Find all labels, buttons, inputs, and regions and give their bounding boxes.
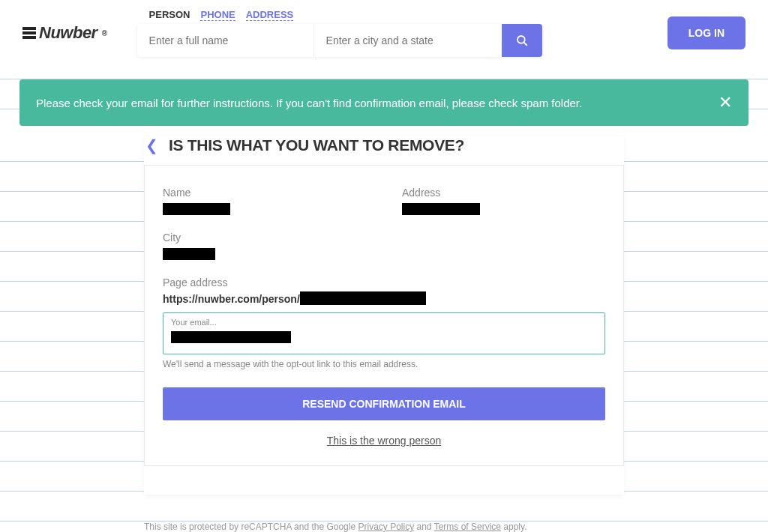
remove-title: IS THIS WHAT YOU WANT TO REMOVE? (169, 136, 464, 154)
header-bar: Nuwber® PERSON PHONE ADDRESS LOG IN (0, 0, 768, 66)
field-page-address: Page address https://nuwber.com/person/ (163, 276, 605, 305)
svg-line-1 (524, 43, 526, 46)
login-button[interactable]: LOG IN (668, 16, 746, 49)
label-address: Address (402, 187, 605, 199)
field-city: City (163, 232, 605, 263)
email-placeholder-label: Your email... (171, 318, 597, 327)
search-row (137, 24, 542, 57)
logo-text: Nuwber (39, 23, 98, 43)
privacy-policy-link[interactable]: Privacy Policy (358, 522, 414, 532)
redacted-page-suffix (300, 291, 426, 305)
recaptcha-note: This site is protected by reCAPTCHA and … (144, 517, 624, 532)
wrong-person-link[interactable]: This is the wrong person (327, 435, 442, 447)
email-hint: We'll send a message with the opt-out li… (163, 359, 605, 369)
page-url-prefix: https://nuwber.com/person/ (163, 293, 300, 305)
svg-point-0 (518, 36, 525, 43)
tab-phone[interactable]: PHONE (200, 9, 235, 21)
recaptcha-pre: This site is protected by reCAPTCHA and … (144, 522, 358, 532)
logo[interactable]: Nuwber® (22, 23, 107, 43)
remove-head: ❮ IS THIS WHAT YOU WANT TO REMOVE? (144, 136, 624, 165)
label-city: City (163, 232, 605, 244)
back-arrow-icon[interactable]: ❮ (146, 136, 158, 154)
search-wrap: PERSON PHONE ADDRESS (137, 9, 542, 57)
tab-person[interactable]: PERSON (149, 9, 190, 21)
redacted-city (163, 248, 215, 260)
tab-address[interactable]: ADDRESS (246, 9, 294, 21)
field-name: Name (163, 187, 366, 218)
wrong-person-wrap: This is the wrong person (163, 434, 605, 447)
recaptcha-post: apply. (501, 522, 526, 532)
page-url-row: https://nuwber.com/person/ (163, 293, 605, 305)
redacted-name (163, 203, 230, 215)
info-box: Name Address City Page address https://n… (144, 165, 624, 466)
label-page: Page address (163, 276, 605, 288)
tos-link[interactable]: Terms of Service (434, 522, 501, 532)
email-input-box[interactable]: Your email... (163, 312, 605, 354)
search-icon (515, 34, 529, 47)
remove-card: ❮ IS THIS WHAT YOU WANT TO REMOVE? Name … (144, 136, 624, 495)
label-name: Name (163, 187, 366, 199)
toast-close-icon[interactable]: ✕ (718, 94, 732, 111)
redacted-email (171, 331, 291, 343)
search-tabs: PERSON PHONE ADDRESS (137, 9, 542, 24)
recaptcha-and: and (414, 522, 434, 532)
toast-banner: Please check your email for further inst… (20, 79, 748, 126)
field-address: Address (402, 187, 605, 218)
name-input[interactable] (137, 24, 314, 57)
city-input[interactable] (314, 24, 502, 57)
redacted-address (402, 203, 480, 215)
logo-mark-icon (22, 27, 36, 39)
search-button[interactable] (502, 24, 542, 57)
resend-button[interactable]: RESEND CONFIRMATION EMAIL (163, 387, 605, 420)
toast-message: Please check your email for further inst… (36, 97, 582, 109)
logo-registered: ® (102, 29, 107, 37)
